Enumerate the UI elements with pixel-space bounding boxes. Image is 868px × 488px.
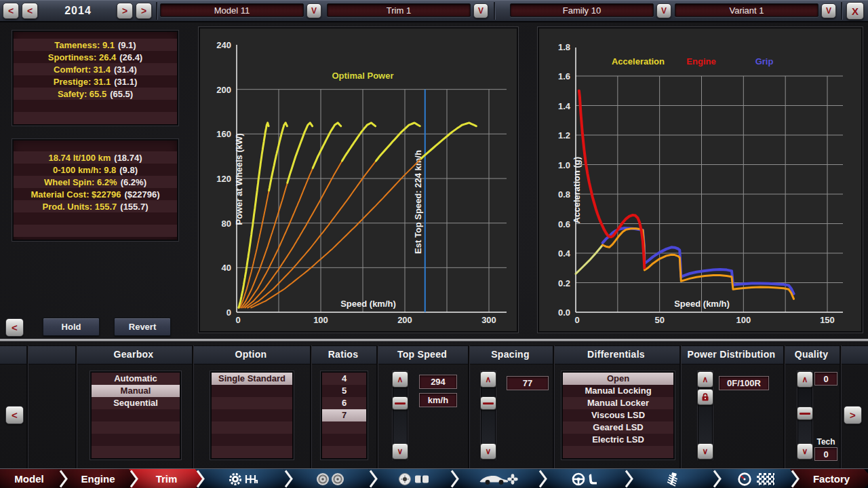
tab-suspension[interactable] xyxy=(624,469,721,488)
model-dropdown[interactable]: Model 11 xyxy=(160,3,304,17)
trim-dropdown[interactable]: Trim 1 xyxy=(327,3,471,17)
power-distribution-lock-button[interactable] xyxy=(697,389,713,405)
spacing-slider-handle[interactable] xyxy=(480,396,496,410)
year-next-fast-button[interactable]: > xyxy=(136,3,152,19)
quality-slider-handle[interactable] xyxy=(797,407,813,420)
quality-value: 0 xyxy=(814,372,837,386)
settings-forward-button[interactable]: > xyxy=(844,406,862,424)
tab-brakes[interactable] xyxy=(368,469,458,488)
chevron-right-icon: > xyxy=(122,5,127,16)
power-distribution-increase-button[interactable]: ∧ xyxy=(697,371,713,388)
stat-paren-value: (31.4) xyxy=(114,64,137,75)
svg-text:100: 100 xyxy=(313,315,328,325)
list-filler-row xyxy=(322,421,366,434)
brakes-icon xyxy=(398,472,429,486)
differentials-header: Differentials xyxy=(553,348,679,361)
spacing-increase-button[interactable]: ∧ xyxy=(480,371,496,388)
automation-trim-gearbox-screen: < < 2014 > > Model 11 V Trim 1 V Family … xyxy=(0,0,868,488)
svg-text:120: 120 xyxy=(216,174,231,184)
test-gauge-icon xyxy=(737,472,752,486)
tab-body-aero[interactable] xyxy=(450,469,547,488)
hold-button[interactable]: Hold xyxy=(43,318,100,336)
top-speed-slider-handle[interactable] xyxy=(392,396,408,410)
chevron-left-icon: < xyxy=(12,322,18,333)
tab-engine[interactable]: Engine xyxy=(58,469,138,488)
year-next-button[interactable]: > xyxy=(117,3,133,19)
list-item-4[interactable]: 4 xyxy=(322,373,366,385)
stat-label-value: Material Cost: $22796 xyxy=(31,189,121,200)
variant-dropdown[interactable]: Variant 1 xyxy=(675,3,818,17)
tab-trim-active[interactable]: Trim xyxy=(129,469,204,488)
year-prev-fast-button[interactable]: < xyxy=(3,3,19,19)
list-item-manual-locking[interactable]: Manual Locking xyxy=(563,385,673,397)
spacing-slider: ∧ ∨ xyxy=(478,370,498,461)
stat-label-value: Safety: 65.5 xyxy=(58,89,106,99)
list-item-manual-locker[interactable]: Manual Locker xyxy=(563,397,673,409)
page-back-button[interactable]: < xyxy=(5,318,24,337)
svg-text:240: 240 xyxy=(216,40,231,50)
list-item-5[interactable]: 5 xyxy=(322,385,366,397)
stat-row: 18.74 lt/100 km(18.74) xyxy=(14,151,177,164)
list-item-geared-lsd[interactable]: Geared LSD xyxy=(563,421,673,434)
trim-stats-box: Tameness: 9.1(9.1) Sportiness: 26.4(26.4… xyxy=(12,31,178,126)
list-item-open-selected[interactable]: Open xyxy=(563,373,673,385)
power-distribution-decrease-button[interactable]: ∨ xyxy=(697,443,713,459)
spacing-decrease-button[interactable]: ∨ xyxy=(480,443,496,459)
family-dropdown-button[interactable]: V xyxy=(656,3,671,18)
stat-paren-value: (155.7) xyxy=(120,202,148,212)
variant-dropdown-button[interactable]: V xyxy=(821,3,836,18)
svg-text:1.8: 1.8 xyxy=(558,42,570,52)
stat-row: 0-100 km/h: 9.8(9.8) xyxy=(14,164,177,176)
year-prev-button[interactable]: < xyxy=(22,3,38,19)
tab-wheels-tires[interactable] xyxy=(283,469,377,488)
stat-paren-value: (9.1) xyxy=(118,40,136,50)
model-dropdown-button[interactable]: V xyxy=(307,3,321,18)
revert-button[interactable]: Revert xyxy=(114,318,171,336)
svg-text:Power at Wheels (kW): Power at Wheels (kW) xyxy=(234,133,244,225)
list-item-sequential[interactable]: Sequential xyxy=(92,397,180,409)
list-item-manual-selected[interactable]: Manual xyxy=(92,385,180,397)
list-filler-row xyxy=(212,385,292,397)
top-speed-increase-button[interactable]: ∧ xyxy=(392,371,408,388)
list-item-electric-lsd[interactable]: Electric LSD xyxy=(563,434,673,446)
trim-dropdown-button[interactable]: V xyxy=(473,3,488,18)
list-item-viscous-lsd[interactable]: Viscous LSD xyxy=(563,409,673,421)
list-item-6[interactable]: 6 xyxy=(322,397,366,409)
stat-paren-value: ($22796) xyxy=(124,189,159,200)
chevron-down-icon: ∨ xyxy=(486,447,492,456)
list-item-7-selected[interactable]: 7 xyxy=(322,409,366,421)
tab-interior[interactable] xyxy=(538,469,633,488)
stat-filler-row xyxy=(14,112,177,124)
family-dropdown[interactable]: Family 10 xyxy=(510,3,654,17)
wheels-tires-icon xyxy=(315,472,345,486)
svg-text:0.2: 0.2 xyxy=(558,278,570,288)
close-button[interactable]: X xyxy=(846,2,864,20)
svg-text:1.6: 1.6 xyxy=(558,71,570,81)
list-item-single-standard-selected[interactable]: Single Standard xyxy=(212,373,292,385)
tab-factory[interactable]: Factory xyxy=(790,469,868,488)
list-filler-row xyxy=(322,434,366,446)
chevron-right-icon: > xyxy=(850,409,856,421)
top-bar: < < 2014 > > Model 11 V Trim 1 V Family … xyxy=(0,0,868,22)
power-at-wheels-chart: 040801201602002400100200300Optimal Power… xyxy=(200,29,517,331)
column-divider xyxy=(75,345,77,468)
acceleration-chart-panel: 0.00.20.40.60.81.01.21.41.61.8050100150A… xyxy=(538,27,863,333)
tab-test-track[interactable] xyxy=(712,469,799,488)
tab-gearbox[interactable] xyxy=(195,469,292,488)
ratios-header: Ratios xyxy=(310,348,376,361)
close-icon: X xyxy=(852,5,859,17)
svg-text:0: 0 xyxy=(235,315,240,325)
gearbox-settings-panel: Gearbox Option Ratios Top Speed Spacing … xyxy=(0,341,868,468)
list-item-automatic[interactable]: Automatic xyxy=(92,373,180,385)
svg-text:150: 150 xyxy=(820,315,835,325)
chevron-left-icon: < xyxy=(12,409,18,421)
svg-text:0.8: 0.8 xyxy=(558,189,570,200)
differential-type-list: Open Manual Locking Manual Locker Viscou… xyxy=(561,371,675,459)
top-speed-decrease-button[interactable]: ∨ xyxy=(392,443,408,459)
stat-row: Prestige: 31.1(31.1) xyxy=(14,75,177,88)
quality-increase-button[interactable]: ∧ xyxy=(797,371,813,388)
settings-back-button[interactable]: < xyxy=(5,406,24,424)
quality-decrease-button[interactable]: ∨ xyxy=(797,443,813,459)
tab-model[interactable]: Model xyxy=(0,469,67,488)
stat-label-value: Tameness: 9.1 xyxy=(54,40,115,50)
